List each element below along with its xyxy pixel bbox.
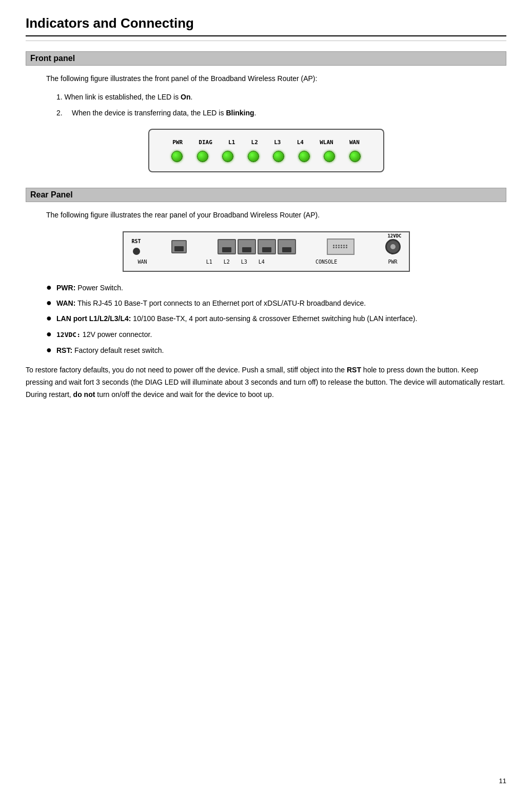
console-visual bbox=[327, 239, 354, 255]
rst-component: RST bbox=[132, 239, 141, 255]
l2-rj45 bbox=[238, 239, 256, 254]
list-num-2: 2. bbox=[56, 107, 72, 118]
rear-panel-diagram: 12VDC RST bbox=[26, 231, 506, 272]
rear-wan-label: WAN bbox=[135, 259, 150, 265]
front-panel-led-row bbox=[165, 151, 368, 162]
title-divider bbox=[26, 41, 506, 41]
bullet-12vdc: ● 12VDC: 12V power connector. bbox=[46, 329, 506, 341]
rear-l1-label: L1 bbox=[206, 259, 212, 265]
led-l2 bbox=[248, 151, 259, 162]
console-component bbox=[327, 239, 354, 255]
label-pwr: PWR bbox=[172, 139, 183, 146]
rear-pwr-label: PWR bbox=[388, 259, 397, 265]
pwr-inner-visual bbox=[390, 244, 396, 249]
rear-panel-bullets: ● PWR: Power Switch. ● WAN: This RJ-45 1… bbox=[46, 282, 506, 356]
list-num-1: 1. bbox=[56, 93, 63, 101]
rear-panel-header: Rear Panel bbox=[26, 188, 506, 202]
l3-rj45 bbox=[258, 239, 276, 254]
page-number: 11 bbox=[499, 777, 506, 785]
bullet-text-12vdc: 12VDC: 12V power connector. bbox=[56, 329, 506, 341]
led-on-label: On bbox=[181, 93, 190, 101]
bullet-text-lan: LAN port L1/L2/L3/L4: 10/100 Base-TX, 4 … bbox=[56, 313, 506, 324]
rear-label-row: WAN L1 L2 L3 L4 CONSOLE PWR bbox=[132, 258, 401, 265]
bullet-dot-pwr: ● bbox=[46, 282, 56, 293]
page-title: Indicators and Connecting bbox=[26, 15, 506, 36]
pwr-connector-component bbox=[385, 239, 401, 254]
front-panel-list-item-2: 2. When the device is transferring data,… bbox=[56, 107, 506, 118]
pwr-connector-visual bbox=[385, 239, 401, 254]
label-diag: DIAG bbox=[199, 139, 212, 146]
led-wan bbox=[349, 151, 361, 162]
12vdc-bold: 12VDC: bbox=[56, 331, 81, 339]
front-panel-header: Front panel bbox=[26, 51, 506, 66]
rear-l4-label: L4 bbox=[259, 259, 265, 265]
front-panel-intro: The following figure illustrates the fro… bbox=[46, 73, 506, 84]
do-not-bold: do not bbox=[73, 390, 95, 399]
bullet-pwr: ● PWR: Power Switch. bbox=[46, 282, 506, 293]
bullet-text-pwr: PWR: Power Switch. bbox=[56, 282, 506, 293]
list-text-1: When link is established, the LED is On. bbox=[65, 93, 193, 101]
led-wlan bbox=[324, 151, 335, 162]
rear-lan-labels: L1 L2 L3 L4 bbox=[206, 259, 265, 265]
l1-rj45 bbox=[218, 239, 236, 254]
vdc-label: 12VDC bbox=[387, 233, 401, 239]
label-l4: L4 bbox=[297, 139, 304, 146]
led-l3 bbox=[273, 151, 284, 162]
front-panel-list-item-1: 1. When link is established, the LED is … bbox=[56, 91, 506, 103]
lan-ports-group bbox=[218, 239, 296, 254]
rear-l3-label: L3 bbox=[241, 259, 247, 265]
bullet-dot-wan: ● bbox=[46, 297, 56, 309]
console-grid bbox=[333, 245, 348, 248]
wan-port-component bbox=[171, 240, 187, 253]
label-wlan: WLAN bbox=[320, 139, 333, 146]
restore-paragraph: To restore factory defaults, you do not … bbox=[26, 364, 506, 401]
rst-bold: RST: bbox=[56, 346, 72, 354]
bullet-dot-rst: ● bbox=[46, 345, 56, 356]
bullet-text-wan: WAN: This RJ-45 10 Base-T port connects … bbox=[56, 297, 506, 309]
led-diag bbox=[197, 151, 208, 162]
wan-bold: WAN: bbox=[56, 299, 75, 307]
l4-rj45 bbox=[278, 239, 296, 254]
wan-rj45 bbox=[171, 240, 187, 253]
bullet-text-rst: RST: Factory default reset switch. bbox=[56, 345, 506, 356]
led-l1 bbox=[222, 151, 233, 162]
led-pwr bbox=[171, 151, 183, 162]
bullet-lan: ● LAN port L1/L2/L3/L4: 10/100 Base-TX, … bbox=[46, 313, 506, 324]
rst-top-label: RST bbox=[132, 239, 141, 244]
rear-console-label: CONSOLE bbox=[316, 259, 337, 265]
label-l2: L2 bbox=[251, 139, 258, 146]
bullet-rst: ● RST: Factory default reset switch. bbox=[46, 345, 506, 356]
lan-bold: LAN port L1/L2/L3/L4: bbox=[56, 314, 131, 323]
label-l1: L1 bbox=[228, 139, 235, 146]
led-blinking-label: Blinking bbox=[226, 109, 254, 117]
label-l3: L3 bbox=[274, 139, 281, 146]
pwr-bold: PWR: bbox=[56, 284, 75, 292]
front-panel-diagram: PWR DIAG L1 L2 L3 L4 WLAN WAN bbox=[26, 129, 506, 172]
rst-inline-bold: RST bbox=[347, 366, 361, 374]
rear-panel-intro: The following figure illustrates the rea… bbox=[46, 209, 506, 221]
front-panel-box: PWR DIAG L1 L2 L3 L4 WLAN WAN bbox=[148, 129, 384, 172]
rear-top-row: RST bbox=[132, 239, 401, 255]
bullet-wan: ● WAN: This RJ-45 10 Base-T port connect… bbox=[46, 297, 506, 309]
front-panel-label-row: PWR DIAG L1 L2 L3 L4 WLAN WAN bbox=[165, 139, 368, 146]
rear-panel-box: 12VDC RST bbox=[123, 231, 410, 272]
rear-l2-label: L2 bbox=[224, 259, 230, 265]
rst-button-visual bbox=[133, 248, 140, 255]
bullet-dot-12vdc: ● bbox=[46, 329, 56, 340]
led-l4 bbox=[299, 151, 310, 162]
label-wan: WAN bbox=[349, 139, 360, 146]
bullet-dot-lan: ● bbox=[46, 313, 56, 324]
list-text-2: When the device is transferring data, th… bbox=[72, 107, 257, 118]
